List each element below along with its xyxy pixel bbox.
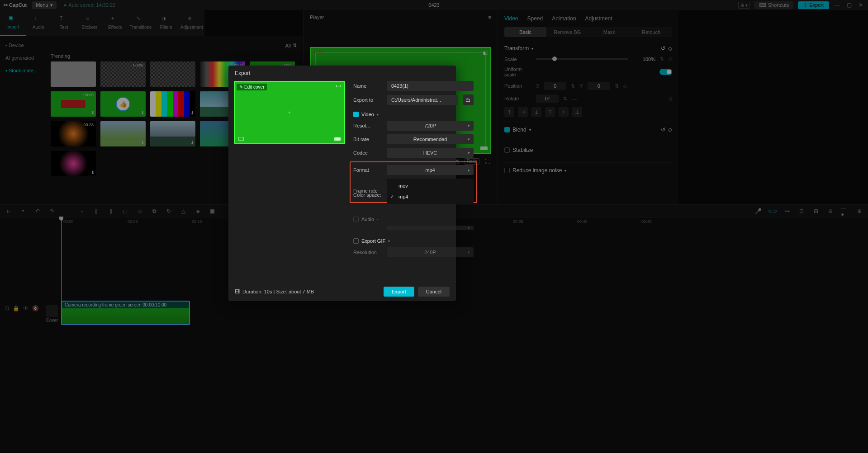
export-button[interactable]: ⇪ Export — [798, 1, 829, 9]
tab-import[interactable]: ▣Import — [0, 10, 26, 36]
track-lock-icon[interactable]: 🔒 — [13, 305, 19, 311]
keyframe-icon[interactable]: ◇ — [623, 83, 627, 89]
download-icon[interactable]: ⬇ — [141, 140, 144, 145]
timeline-clip[interactable]: Camera recording frame green screen 00:0… — [61, 301, 190, 325]
pos-y-input[interactable] — [588, 82, 610, 90]
menu-button[interactable]: Menu ▾ — [32, 1, 57, 9]
snap-icon[interactable]: ⊡ — [797, 207, 806, 215]
media-thumbnail[interactable]: ⬇ — [100, 91, 146, 117]
sidebar-item[interactable]: • Device — [0, 39, 45, 52]
selection-tool-icon[interactable]: ▹ — [5, 207, 13, 215]
cover-button[interactable]: Cover — [45, 305, 59, 323]
exportto-input[interactable] — [387, 95, 458, 105]
diamond-icon[interactable]: ◈ — [194, 207, 202, 215]
download-icon[interactable]: ⬇ — [141, 110, 144, 115]
format-option-mov[interactable]: mov — [387, 180, 474, 191]
stabilize-checkbox[interactable] — [504, 147, 510, 153]
keyframe-icon[interactable]: ◇ — [668, 127, 672, 133]
edit-cover-button[interactable]: ✎Edit cover — [237, 84, 267, 90]
uniform-toggle[interactable] — [659, 69, 672, 75]
export-confirm-button[interactable]: Export — [384, 287, 414, 297]
sidebar-item[interactable]: • Stock mate... — [0, 64, 45, 77]
media-thumbnail[interactable]: ⬇ — [51, 151, 96, 176]
format-option-mp4[interactable]: mp4 — [387, 191, 474, 202]
media-thumbnail[interactable]: ⬇ — [150, 121, 195, 146]
download-icon[interactable]: ⬇ — [91, 110, 95, 115]
zoom-in-icon[interactable]: ⊕ — [855, 207, 863, 215]
tab-stickers[interactable]: ☺Stickers — [77, 10, 103, 36]
crop-icon[interactable]: ▣ — [208, 207, 216, 215]
player-menu-icon[interactable]: ≡ — [489, 14, 491, 20]
reset-icon[interactable]: ↺ — [661, 127, 665, 133]
align-center-h-icon[interactable]: ⊣ — [518, 107, 528, 117]
subtab-removebg[interactable]: Remove BG — [546, 27, 588, 37]
insp-tab-adjustment[interactable]: Adjustment — [585, 15, 612, 22]
undo-icon[interactable]: ↶ — [33, 207, 42, 215]
layout-icon[interactable]: ⊞ ▾ — [738, 2, 750, 9]
bitrate-select[interactable]: Recommended — [387, 134, 474, 144]
close-icon[interactable]: ✕ — [857, 2, 864, 8]
media-thumbnail[interactable]: 00:05⬇ — [51, 91, 96, 117]
preview-icon[interactable]: ⊟ — [812, 207, 820, 215]
download-icon[interactable]: ⬇ — [190, 110, 194, 115]
cover-preview[interactable]: ✎Edit cover ⟷ + — [234, 81, 345, 144]
cancel-button[interactable]: Cancel — [418, 287, 450, 297]
rotate-input[interactable] — [536, 94, 559, 103]
insp-tab-animation[interactable]: Animation — [552, 15, 576, 22]
zoom-slider[interactable]: —● — [841, 207, 849, 215]
browse-folder-button[interactable]: 🗀 — [463, 94, 474, 105]
maximize-icon[interactable]: ▢ — [845, 2, 853, 8]
scale-slider[interactable] — [536, 58, 628, 60]
align-bottom-icon[interactable]: ⊥ — [572, 107, 582, 117]
crop-square-icon[interactable]: ◻ — [121, 207, 129, 215]
reverse-icon[interactable]: ↻ — [165, 207, 173, 215]
tab-transitions[interactable]: ⤡Transitions — [128, 10, 154, 36]
split-right-icon[interactable]: ⟧ — [107, 207, 115, 215]
fullscreen-icon[interactable]: ⛶ — [485, 158, 490, 165]
keyframe-icon[interactable]: ◇ — [668, 45, 672, 52]
subtab-basic[interactable]: Basic — [504, 27, 546, 37]
keyframe-icon[interactable]: ◇ — [669, 56, 672, 62]
download-icon[interactable]: ⬇ — [91, 170, 95, 175]
stepper-icon[interactable]: ⇅ — [615, 83, 619, 89]
media-thumbnail[interactable]: ⬇ — [100, 121, 146, 146]
sidebar-item[interactable]: AI generated — [0, 52, 45, 64]
tab-text[interactable]: TText — [51, 10, 77, 36]
gif-checkbox[interactable] — [353, 238, 359, 244]
keyframe-icon[interactable]: ◇ — [669, 96, 672, 102]
align-top-icon[interactable]: ⊤ — [545, 107, 555, 117]
tab-adjustment[interactable]: ⚙Adjustment — [179, 10, 205, 36]
format-select[interactable]: mp4 — [387, 165, 474, 175]
align-left-icon[interactable]: ⤒ — [504, 107, 514, 117]
pos-x-input[interactable] — [544, 82, 566, 90]
track-settings-icon[interactable]: ⊡ — [5, 305, 9, 311]
tab-filters[interactable]: ◑Filters — [153, 10, 179, 36]
video-checkbox[interactable] — [353, 112, 359, 117]
stepper-icon[interactable]: ⇅ — [571, 83, 575, 89]
media-thumbnail[interactable]: ⬇ — [150, 91, 195, 117]
chevron-down-icon[interactable]: ▾ — [19, 207, 27, 215]
mic-icon[interactable]: 🎤 — [754, 207, 762, 215]
filter-all[interactable]: All⇅ — [285, 42, 297, 48]
noise-checkbox[interactable] — [504, 168, 510, 173]
media-thumbnail[interactable] — [51, 61, 96, 87]
align-center-v-icon[interactable]: + — [559, 107, 569, 117]
insp-tab-video[interactable]: Video — [504, 15, 518, 22]
subtab-retouch[interactable]: Retouch — [630, 27, 672, 37]
shortcuts-button[interactable]: ⌨ Shortcuts — [754, 1, 793, 9]
track-mute-icon[interactable]: 🔇 — [32, 305, 39, 311]
codec-select[interactable]: HEVC — [387, 148, 474, 158]
media-thumbnail[interactable]: 00:28 — [51, 121, 96, 146]
media-thumbnail[interactable]: 00:06 — [100, 61, 146, 87]
stepper-icon[interactable]: ⇅ — [660, 56, 664, 62]
align-right-icon[interactable]: ⤓ — [531, 107, 541, 117]
redo-icon[interactable]: ↷ — [48, 207, 56, 215]
split-left-icon[interactable]: ⟦ — [92, 207, 100, 215]
resolution-select[interactable]: 720P — [387, 121, 474, 131]
subtab-mask[interactable]: Mask — [588, 27, 631, 37]
stepper-icon[interactable]: ⇅ — [563, 96, 567, 102]
warning-icon[interactable]: △ — [179, 207, 187, 215]
download-icon[interactable]: ⬇ — [190, 140, 194, 145]
tab-audio[interactable]: ♪Audio — [26, 10, 52, 36]
audio-checkbox[interactable] — [353, 217, 359, 222]
